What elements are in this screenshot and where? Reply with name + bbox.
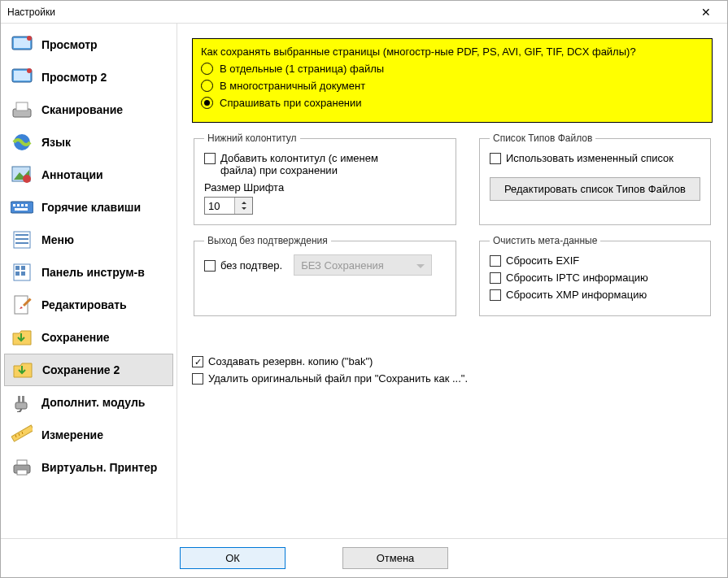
exit-mode-select[interactable]: БЕЗ Сохранения xyxy=(294,254,432,276)
reset-iptc-label: Сбросить IPTC информацию xyxy=(506,272,648,284)
font-size-label: Размер Шрифта xyxy=(204,181,446,193)
radio-label: Спрашивать при сохранении xyxy=(220,97,362,109)
radio-icon xyxy=(201,63,213,75)
cancel-button[interactable]: Отмена xyxy=(342,547,448,569)
exit-group: Выход без подтверждения без подтвер. БЕЗ… xyxy=(194,235,456,316)
radio-multipage-doc[interactable]: В многостраничный документ xyxy=(201,80,704,92)
sidebar-item-save2[interactable]: Сохранение 2 xyxy=(4,354,173,386)
sidebar-item-label: Измерение xyxy=(41,428,103,441)
spinner-arrows-icon[interactable] xyxy=(234,198,252,214)
svg-point-5 xyxy=(27,68,32,73)
footer-group: Нижний колонтитул Добавить колонтитул (с… xyxy=(194,133,456,225)
image-edit-icon xyxy=(11,163,33,186)
sidebar-item-measure[interactable]: Измерение xyxy=(4,419,173,451)
sidebar-item-language[interactable]: Язык xyxy=(4,126,173,159)
display-icon xyxy=(11,33,33,56)
sidebar-item-label: Сохранение 2 xyxy=(42,363,120,376)
sidebar-item-hotkeys[interactable]: Горячие клавиши xyxy=(4,191,173,224)
sidebar-item-label: Просмотр 2 xyxy=(41,71,107,84)
svg-point-11 xyxy=(23,175,31,183)
footer-legend: Нижний колонтитул xyxy=(204,133,300,144)
sidebar-item-annotations[interactable]: Аннотации xyxy=(4,159,173,191)
sidebar-item-label: Горячие клавиши xyxy=(41,201,141,214)
sidebar-item-label: Сохранение xyxy=(41,331,110,344)
button-label: ОК xyxy=(225,552,240,564)
reset-exif-checkbox-row[interactable]: Сбросить EXIF xyxy=(490,254,700,267)
sidebar-item-printer[interactable]: Виртуальн. Принтер xyxy=(4,451,173,484)
svg-rect-30 xyxy=(15,402,27,409)
highlighted-group: Как сохранять выбранные страницы (многос… xyxy=(192,38,713,123)
grid-icon xyxy=(11,261,33,284)
button-label: Отмена xyxy=(377,552,415,564)
meta-legend: Очистить мета-данные xyxy=(490,235,600,246)
edit-icon xyxy=(11,293,33,316)
delete-original-checkbox-row[interactable]: Удалить оригинальный файл при "Сохранить… xyxy=(192,372,713,385)
font-size-spinner[interactable] xyxy=(204,197,253,215)
svg-rect-25 xyxy=(15,272,20,276)
svg-rect-33 xyxy=(11,425,33,441)
svg-rect-19 xyxy=(15,234,28,236)
svg-rect-21 xyxy=(15,242,28,244)
sidebar-item-view[interactable]: Просмотр xyxy=(4,28,173,61)
sidebar-item-label: Язык xyxy=(41,136,71,149)
sidebar: Просмотр Просмотр 2 Сканирование Язык Ан… xyxy=(1,24,177,538)
svg-rect-14 xyxy=(17,204,20,206)
reset-xmp-label: Сбросить XMP информацию xyxy=(506,289,647,301)
checkbox-icon xyxy=(204,153,216,164)
font-size-input[interactable] xyxy=(205,198,234,214)
svg-rect-24 xyxy=(21,266,25,270)
edit-filetypes-button[interactable]: Редактировать список Типов Файлов xyxy=(490,177,700,201)
use-custom-list-checkbox-row[interactable]: Использовать измененный список xyxy=(490,152,700,164)
reset-xmp-checkbox-row[interactable]: Сбросить XMP информацию xyxy=(490,289,700,301)
main-panel: Как сохранять выбранные страницы (многос… xyxy=(177,24,727,538)
without-confirm-label: без подтвер. xyxy=(220,259,282,272)
radio-separate-files[interactable]: В отдельные (1 страница) файлы xyxy=(201,63,704,75)
reset-exif-label: Сбросить EXIF xyxy=(506,254,579,267)
checkbox-icon xyxy=(490,153,501,164)
menu-icon xyxy=(11,228,33,251)
ok-button[interactable]: ОК xyxy=(180,547,286,569)
button-bar: ОК Отмена xyxy=(1,538,727,577)
display-icon xyxy=(11,66,33,89)
close-icon: ✕ xyxy=(701,6,711,19)
sidebar-item-toolbar[interactable]: Панель инструм-в xyxy=(4,256,173,289)
close-button[interactable]: ✕ xyxy=(690,2,722,22)
sidebar-item-label: Редактировать xyxy=(41,298,127,311)
sidebar-item-plugin[interactable]: Дополнит. модуль xyxy=(4,386,173,419)
checkbox-icon xyxy=(192,356,203,367)
checkbox-icon xyxy=(490,255,501,267)
sidebar-item-scan[interactable]: Сканирование xyxy=(4,93,173,126)
radio-label: В отдельные (1 страница) файлы xyxy=(220,63,384,75)
save-folder-icon xyxy=(11,326,33,349)
sidebar-item-save[interactable]: Сохранение xyxy=(4,321,173,354)
svg-rect-38 xyxy=(17,460,27,465)
title-bar: Настройки ✕ xyxy=(1,1,727,24)
svg-rect-26 xyxy=(21,272,25,276)
svg-rect-7 xyxy=(16,102,28,111)
globe-icon xyxy=(11,131,33,154)
reset-iptc-checkbox-row[interactable]: Сбросить IPTC информацию xyxy=(490,272,700,284)
sidebar-item-label: Виртуальн. Принтер xyxy=(41,461,157,474)
filetypes-legend: Список Типов Файлов xyxy=(490,133,595,144)
without-confirm-checkbox-row[interactable]: без подтвер. xyxy=(204,259,282,272)
svg-rect-16 xyxy=(25,204,28,206)
svg-rect-39 xyxy=(17,470,27,475)
save-folder-icon xyxy=(11,359,34,381)
sidebar-item-menu[interactable]: Меню xyxy=(4,224,173,256)
create-backup-checkbox-row[interactable]: Создавать резервн. копию ("bak") xyxy=(192,355,713,367)
sidebar-item-view2[interactable]: Просмотр 2 xyxy=(4,61,173,93)
exit-legend: Выход без подтверждения xyxy=(204,235,331,246)
plugin-icon xyxy=(11,391,33,414)
select-value: БЕЗ Сохранения xyxy=(301,259,384,272)
use-custom-list-label: Использовать измененный список xyxy=(506,152,674,164)
save-pages-question: Как сохранять выбранные страницы (многос… xyxy=(201,46,704,58)
add-footer-checkbox-row[interactable]: Добавить колонтитул (с именем файла) при… xyxy=(204,152,446,176)
ruler-icon xyxy=(11,424,33,446)
scanner-icon xyxy=(11,98,33,121)
chevron-down-icon xyxy=(416,259,425,272)
svg-rect-15 xyxy=(21,204,24,206)
sidebar-item-edit[interactable]: Редактировать xyxy=(4,289,173,321)
meta-group: Очистить мета-данные Сбросить EXIF Сброс… xyxy=(479,235,711,316)
add-footer-label: Добавить колонтитул (с именем файла) при… xyxy=(220,152,416,176)
radio-ask-on-save[interactable]: Спрашивать при сохранении xyxy=(201,97,704,109)
